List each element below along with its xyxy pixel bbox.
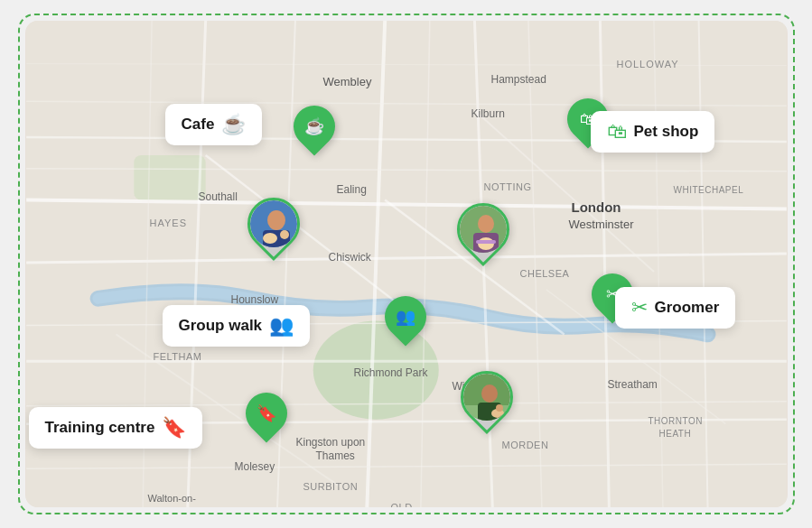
- pet-shop-card-icon: 🛍: [607, 120, 627, 144]
- group-walk-card: Group walk 👥: [163, 305, 311, 347]
- group-walk-card-icon: 👥: [269, 314, 294, 338]
- pet-shop-label: Pet shop: [634, 123, 699, 141]
- training-centre-card-icon: 🔖: [162, 416, 186, 440]
- cafe-card: Cafe ☕: [165, 104, 263, 145]
- cafe-card-icon: ☕: [221, 113, 246, 136]
- avatar-pin-1: [247, 198, 300, 250]
- cafe-pin: ☕: [294, 106, 335, 147]
- groomer-card: ✂ Groomer: [615, 287, 736, 329]
- training-centre-icon: 🔖: [257, 405, 276, 421]
- avatar-3-svg: [463, 374, 510, 421]
- avatar-2-svg: [460, 206, 507, 253]
- group-walk-pin: 👥: [385, 296, 426, 338]
- groomer-card-icon: ✂: [631, 296, 648, 320]
- avatar-pin-3: [461, 371, 513, 423]
- groomer-label: Groomer: [655, 299, 720, 317]
- outer-border: Wembley Hampstead HOLLOWAY Kilburn South…: [18, 14, 795, 514]
- pet-shop-card: 🛍 Pet shop: [591, 111, 715, 153]
- cafe-icon: ☕: [304, 118, 324, 134]
- cafe-label: Cafe: [182, 116, 215, 134]
- training-centre-pin: 🔖: [246, 393, 287, 434]
- avatar-1-svg: [250, 200, 297, 247]
- training-centre-card: Training centre 🔖: [29, 407, 203, 449]
- group-walk-icon: 👥: [396, 309, 415, 325]
- map-container: Wembley Hampstead HOLLOWAY Kilburn South…: [25, 21, 788, 507]
- svg-rect-2: [134, 155, 205, 200]
- group-walk-label: Group walk: [179, 317, 263, 335]
- svg-rect-38: [476, 240, 496, 244]
- training-centre-label: Training centre: [45, 419, 155, 437]
- avatar-pin-2: [457, 203, 509, 255]
